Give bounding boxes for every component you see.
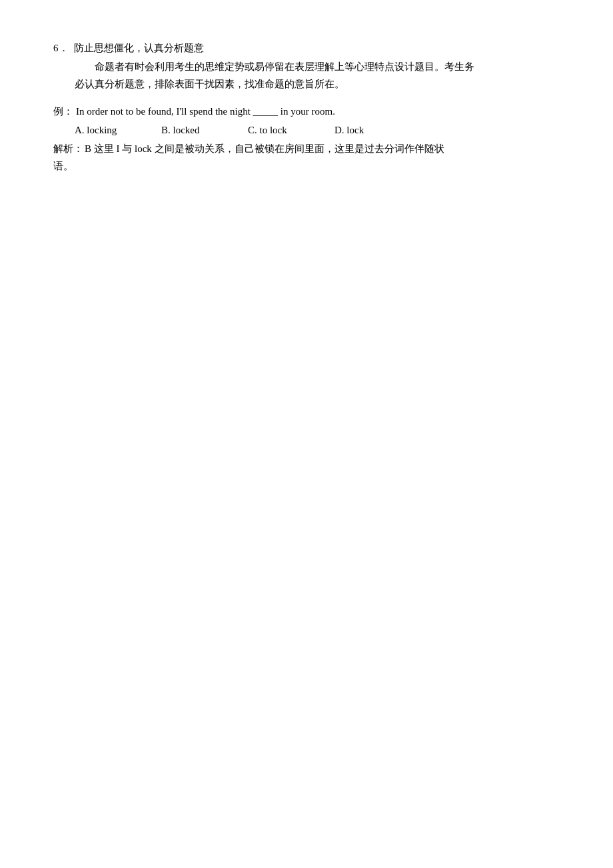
analysis-continuation: 语。	[53, 158, 566, 175]
option-b: B. locked	[161, 122, 248, 138]
example-sentence: In order not to be found, I'll spend the…	[76, 103, 335, 119]
example-line: 例： In order not to be found, I'll spend …	[53, 103, 566, 119]
section-body: 命题者有时会利用考生的思维定势或易停留在表层理解上等心理特点设计题目。考生务 必…	[53, 59, 566, 93]
example-label: 例：	[53, 103, 73, 119]
analysis-text: B 这里 I 与 lock 之间是被动关系，自己被锁在房间里面，这里是过去分词作…	[85, 141, 444, 158]
section-number: 6．	[53, 40, 69, 56]
body-paragraph: 命题者有时会利用考生的思维定势或易停留在表层理解上等心理特点设计题目。考生务 必…	[75, 59, 566, 93]
body-line2: 必认真分析题意，排除表面干扰因素，找准命题的意旨所在。	[75, 79, 344, 89]
section-6: 6． 防止思想僵化，认真分析题意 命题者有时会利用考生的思维定势或易停留在表层理…	[53, 40, 566, 175]
option-d: D. lock	[334, 122, 421, 138]
option-a: A. locking	[75, 122, 161, 138]
analysis-label: 解析：	[53, 141, 83, 158]
section-header: 6． 防止思想僵化，认真分析题意	[53, 40, 566, 56]
page: 6． 防止思想僵化，认真分析题意 命题者有时会利用考生的思维定势或易停留在表层理…	[0, 0, 613, 868]
example-block: 例： In order not to be found, I'll spend …	[53, 103, 566, 175]
section-title: 防止思想僵化，认真分析题意	[74, 40, 204, 56]
analysis-line: 解析： B 这里 I 与 lock 之间是被动关系，自己被锁在房间里面，这里是过…	[53, 141, 566, 158]
analysis-block: 解析： B 这里 I 与 lock 之间是被动关系，自己被锁在房间里面，这里是过…	[53, 141, 566, 175]
option-c: C. to lock	[248, 122, 334, 138]
body-line1: 命题者有时会利用考生的思维定势或易停留在表层理解上等心理特点设计题目。考生务	[95, 61, 474, 72]
options-line: A. locking B. locked C. to lock D. lock	[75, 122, 566, 138]
